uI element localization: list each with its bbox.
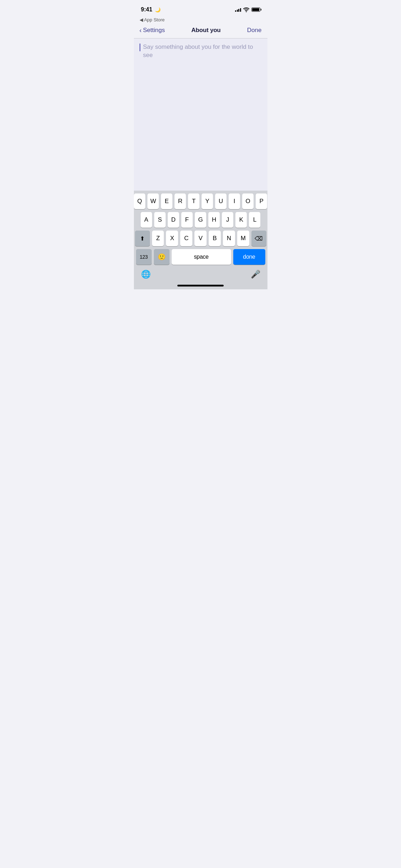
page-title: About you xyxy=(191,27,220,34)
status-icons xyxy=(235,7,260,12)
back-chevron-icon: ‹ xyxy=(140,27,142,33)
mic-icon[interactable]: 🎤 xyxy=(251,270,260,279)
emoji-key[interactable]: 🙂 xyxy=(154,249,170,265)
app-store-back-text: ◀ App Store xyxy=(140,17,165,22)
status-time: 9:41 xyxy=(141,6,152,12)
key-r[interactable]: R xyxy=(175,193,186,209)
keyboard-done-key[interactable]: done xyxy=(233,249,265,265)
home-area xyxy=(134,280,267,289)
key-d[interactable]: D xyxy=(168,212,179,228)
key-u[interactable]: U xyxy=(215,193,226,209)
status-bar: 9:41 🌙 xyxy=(134,0,267,16)
space-key[interactable]: space xyxy=(172,249,231,265)
back-label: Settings xyxy=(143,27,165,34)
wifi-icon xyxy=(243,7,249,12)
backspace-key[interactable]: ⌫ xyxy=(251,231,266,246)
key-j[interactable]: J xyxy=(222,212,233,228)
key-l[interactable]: L xyxy=(249,212,260,228)
key-z[interactable]: Z xyxy=(152,231,164,246)
key-x[interactable]: X xyxy=(166,231,178,246)
key-s[interactable]: S xyxy=(154,212,166,228)
key-e[interactable]: E xyxy=(161,193,172,209)
keyboard-row-3: ⬆ Z X C V B N M ⌫ xyxy=(135,231,266,246)
key-t[interactable]: T xyxy=(188,193,199,209)
keyboard: Q W E R T Y U I O P A S D F G H J K L ⬆ … xyxy=(134,191,267,289)
key-v[interactable]: V xyxy=(194,231,207,246)
keyboard-row-1: Q W E R T Y U I O P xyxy=(135,193,266,209)
globe-icon[interactable]: 🌐 xyxy=(141,270,151,279)
key-o[interactable]: O xyxy=(242,193,254,209)
key-n[interactable]: N xyxy=(223,231,235,246)
key-p[interactable]: P xyxy=(256,193,267,209)
key-h[interactable]: H xyxy=(208,212,220,228)
key-i[interactable]: I xyxy=(229,193,240,209)
key-c[interactable]: C xyxy=(180,231,192,246)
key-f[interactable]: F xyxy=(181,212,193,228)
key-a[interactable]: A xyxy=(141,212,152,228)
text-cursor xyxy=(140,43,140,51)
keyboard-rows: Q W E R T Y U I O P A S D F G H J K L ⬆ … xyxy=(134,191,267,268)
num-key[interactable]: 123 xyxy=(136,249,152,265)
app-store-back-bar: ◀ App Store xyxy=(134,16,267,24)
nav-bar: ‹ Settings About you Done xyxy=(134,24,267,38)
signal-icon xyxy=(235,7,241,12)
status-time-area: 9:41 🌙 xyxy=(141,6,161,13)
key-y[interactable]: Y xyxy=(202,193,213,209)
key-w[interactable]: W xyxy=(147,193,159,209)
home-bar xyxy=(177,285,224,286)
keyboard-bottom-icons: 🌐 🎤 xyxy=(134,268,267,280)
shift-key[interactable]: ⬆ xyxy=(135,231,150,246)
key-q[interactable]: Q xyxy=(134,193,145,209)
keyboard-row-2: A S D F G H J K L xyxy=(135,212,266,228)
key-g[interactable]: G xyxy=(195,212,206,228)
key-k[interactable]: K xyxy=(235,212,247,228)
battery-icon xyxy=(251,7,260,12)
key-b[interactable]: B xyxy=(209,231,221,246)
about-you-textarea[interactable]: Say something about you for the world to… xyxy=(134,38,267,145)
back-button[interactable]: ‹ Settings xyxy=(140,27,165,34)
keyboard-row-4: 123 🙂 space done xyxy=(135,249,266,267)
done-button[interactable]: Done xyxy=(247,27,262,34)
textarea-placeholder: Say something about you for the world to… xyxy=(143,43,262,141)
moon-icon: 🌙 xyxy=(155,7,161,12)
key-m[interactable]: M xyxy=(237,231,249,246)
